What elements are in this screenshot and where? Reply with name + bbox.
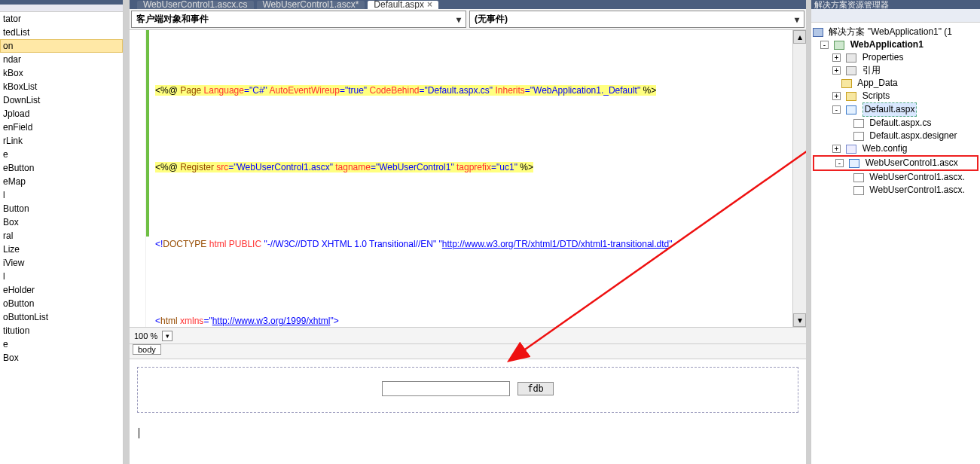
toolbox-item[interactable]: e: [0, 337, 123, 351]
toolbox-item[interactable]: kBoxList: [0, 80, 123, 93]
toolbox-item[interactable]: kBox: [0, 66, 123, 80]
chevron-down-icon: ▾: [456, 14, 461, 25]
zoom-dropdown-button[interactable]: ▾: [162, 331, 172, 341]
expand-toggle[interactable]: +: [832, 53, 841, 62]
tree-node-wuc-ascx-des[interactable]: WebUserControl1.ascx.: [869, 184, 965, 197]
scroll-down-button[interactable]: ▾: [793, 313, 806, 327]
references-icon: [846, 66, 856, 75]
cs-file-icon: [853, 173, 864, 182]
aspx-file-icon: [846, 105, 856, 114]
cs-file-icon: [853, 186, 864, 195]
toolbox-item[interactable]: tator: [0, 12, 123, 26]
document-tab[interactable]: WebUserControl1.ascx*: [257, 1, 365, 9]
document-tab[interactable]: Default.aspx×: [368, 1, 438, 9]
toolbox-item[interactable]: enField: [0, 121, 123, 134]
cs-file-icon: [853, 132, 864, 141]
toolbox-item[interactable]: Box: [0, 215, 123, 229]
expand-toggle[interactable]: +: [832, 145, 841, 153]
solution-explorer-title: 解决方案资源管理器: [811, 0, 980, 9]
toolbox-item[interactable]: on: [0, 39, 123, 53]
expand-toggle[interactable]: +: [832, 66, 841, 75]
document-tab[interactable]: WebUserControl1.ascx.cs: [137, 1, 254, 9]
toolbox-item[interactable]: eButton: [0, 161, 123, 175]
dtd-link[interactable]: http://www.w3.org/TR/xhtml1/DTD/xhtml1-t…: [442, 239, 669, 249]
toolbox-panel: tatortedListonndarkBoxkBoxListDownListJp…: [0, 0, 124, 464]
expand-toggle[interactable]: -: [820, 41, 829, 49]
xmlns-link[interactable]: http://www.w3.org/1999/xhtml: [212, 316, 331, 326]
solution-tree[interactable]: 解决方案 "WebApplication1" (1 - WebApplicati…: [811, 23, 980, 200]
toolbox-item[interactable]: iView: [0, 256, 123, 270]
member-dropdown-bar: 客户端对象和事件 ▾ (无事件) ▾: [130, 9, 806, 30]
tree-node-wuc-ascx[interactable]: WebUserControl1.ascx: [866, 157, 958, 169]
toolbox-header: [0, 5, 123, 12]
object-dropdown[interactable]: 客户端对象和事件 ▾: [131, 11, 466, 28]
toolbox-item[interactable]: l: [0, 270, 123, 283]
toolbox-item[interactable]: Box: [0, 351, 123, 365]
expand-toggle[interactable]: +: [832, 92, 841, 100]
object-dropdown-label: 客户端对象和事件: [136, 13, 209, 26]
zoom-bar: 100 % ▾: [130, 327, 806, 343]
toolbox-item[interactable]: Lize: [0, 243, 123, 256]
vertical-scrollbar[interactable]: ▴ ▾: [792, 30, 806, 327]
toolbox-item[interactable]: ral: [0, 229, 123, 243]
document-tab-label: WebUserControl1.ascx.cs: [143, 1, 248, 9]
design-button[interactable]: fdb: [517, 382, 554, 395]
folder-icon: [841, 79, 852, 88]
tree-node-wuc-ascx-cs[interactable]: WebUserControl1.ascx.: [869, 171, 965, 184]
solution-explorer-panel: 解决方案资源管理器 解决方案 "WebApplication1" (1 - We…: [811, 0, 980, 464]
tree-node-scripts[interactable]: Scripts: [862, 90, 890, 102]
tree-node-references[interactable]: 引用: [862, 64, 881, 77]
ascx-file-icon: [849, 159, 859, 168]
expand-toggle[interactable]: -: [835, 159, 844, 167]
toolbox-item[interactable]: ndar: [0, 53, 123, 66]
breadcrumb-bar: body: [130, 343, 806, 359]
properties-icon: [846, 53, 856, 63]
design-surface[interactable]: fdb: [130, 359, 806, 464]
toolbox-item[interactable]: DownList: [0, 93, 123, 107]
tree-node-default-aspx-cs[interactable]: Default.aspx.cs: [869, 117, 931, 130]
document-tab-label: WebUserControl1.ascx*: [263, 1, 359, 9]
toolbox-item[interactable]: rLink: [0, 134, 123, 148]
code-editor-wrap: <%@ Page Language="C#" AutoEventWireup="…: [130, 30, 806, 327]
close-icon[interactable]: ×: [427, 1, 432, 9]
tree-node-appdata[interactable]: App_Data: [857, 77, 897, 90]
toolbox-item[interactable]: titution: [0, 324, 123, 337]
toolbox-item[interactable]: oButtonList: [0, 310, 123, 324]
document-tab-label: Default.aspx: [374, 1, 424, 9]
tree-node-properties[interactable]: Properties: [862, 51, 904, 64]
text-caret: [139, 428, 139, 438]
toolbox-item[interactable]: tedList: [0, 26, 123, 39]
event-dropdown-label: (无事件): [475, 13, 508, 26]
toolbox-item[interactable]: l: [0, 188, 123, 202]
code-editor[interactable]: <%@ Page Language="C#" AutoEventWireup="…: [146, 30, 792, 327]
toolbox-list: tatortedListonndarkBoxkBoxListDownListJp…: [0, 12, 123, 365]
toolbox-item[interactable]: Button: [0, 202, 123, 215]
chevron-down-icon: ▾: [795, 14, 799, 25]
scroll-up-button[interactable]: ▴: [793, 30, 806, 44]
editor-column: WebUserControl1.ascx.csWebUserControl1.a…: [130, 0, 806, 464]
tree-node-webconfig[interactable]: Web.config: [862, 142, 908, 155]
zoom-value: 100 %: [134, 331, 157, 340]
solution-explorer-toolbar[interactable]: [811, 9, 980, 23]
vertical-splitter-left[interactable]: [124, 0, 130, 464]
expand-toggle[interactable]: -: [832, 105, 841, 114]
solution-icon: [813, 28, 823, 37]
tree-node-default-aspx-designer[interactable]: Default.aspx.designer: [869, 130, 957, 142]
form-outline: fdb: [137, 367, 798, 413]
config-file-icon: [846, 145, 856, 154]
toolbox-item[interactable]: Jpload: [0, 107, 123, 121]
toolbox-item[interactable]: oButton: [0, 297, 123, 310]
breadcrumb-body[interactable]: body: [133, 344, 161, 355]
tree-node-default-aspx[interactable]: Default.aspx: [862, 102, 917, 117]
project-icon: [834, 41, 844, 50]
project-node[interactable]: WebApplication1: [850, 38, 924, 51]
toolbox-item[interactable]: eMap: [0, 175, 123, 188]
event-dropdown[interactable]: (无事件) ▾: [469, 11, 804, 28]
outline-gutter: [130, 30, 146, 327]
design-textbox[interactable]: [382, 381, 510, 396]
cs-file-icon: [853, 119, 864, 128]
document-tabs-bar: WebUserControl1.ascx.csWebUserControl1.a…: [130, 0, 806, 9]
toolbox-item[interactable]: e: [0, 148, 123, 161]
toolbox-item[interactable]: eHolder: [0, 283, 123, 297]
solution-node[interactable]: 解决方案 "WebApplication1" (1: [829, 26, 952, 38]
